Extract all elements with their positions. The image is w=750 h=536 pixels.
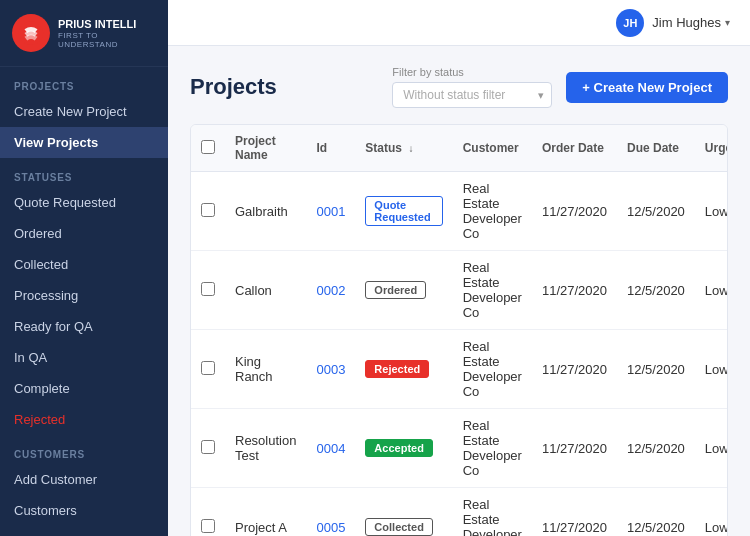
th-status[interactable]: Status ↓: [355, 125, 452, 172]
sidebar-item-rejected[interactable]: Rejected: [0, 404, 168, 435]
sidebar-item-ready-for-qa[interactable]: Ready for QA: [0, 311, 168, 342]
status-filter-select[interactable]: Without status filter Quote Requested Or…: [392, 82, 552, 108]
row-urgency: Low: [695, 172, 728, 251]
table-row: Galbraith 0001 Quote Requested Real Esta…: [191, 172, 728, 251]
row-project-name: Resolution Test: [225, 409, 306, 488]
sidebar-item-quote-requested[interactable]: Quote Requested: [0, 187, 168, 218]
row-id: 0005: [306, 488, 355, 537]
th-order-date: Order Date: [532, 125, 617, 172]
content-header: Projects Filter by status Without status…: [190, 66, 728, 108]
logo-icon: [12, 14, 50, 52]
row-urgency: Low: [695, 330, 728, 409]
app-name: PRIUS INTELLI: [58, 17, 156, 31]
th-project-name: Project Name: [225, 125, 306, 172]
user-name: Jim Hughes: [652, 15, 721, 30]
row-checkbox[interactable]: [201, 203, 215, 217]
row-checkbox-cell: [191, 409, 225, 488]
status-badge: Collected: [365, 518, 433, 536]
row-project-name: King Ranch: [225, 330, 306, 409]
row-customer: Real Estate Developer Co: [453, 409, 532, 488]
table-row: King Ranch 0003 Rejected Real Estate Dev…: [191, 330, 728, 409]
projects-section-label: Projects: [0, 67, 168, 96]
row-id: 0003: [306, 330, 355, 409]
content-area: Projects Filter by status Without status…: [168, 46, 750, 536]
sidebar-item-customers[interactable]: Customers: [0, 495, 168, 526]
row-order-date: 11/27/2020: [532, 251, 617, 330]
user-avatar: JH: [616, 9, 644, 37]
app-tagline: FIRST TO UNDERSTAND: [58, 31, 156, 49]
status-badge: Ordered: [365, 281, 426, 299]
projects-table-wrapper: Project Name Id Status ↓ Customer Order …: [190, 124, 728, 536]
status-badge: Quote Requested: [365, 196, 442, 226]
row-checkbox[interactable]: [201, 519, 215, 533]
user-menu-chevron[interactable]: ▾: [725, 17, 730, 28]
row-status: Collected: [355, 488, 452, 537]
create-project-button[interactable]: + Create New Project: [566, 72, 728, 103]
row-due-date: 12/5/2020: [617, 330, 695, 409]
th-customer: Customer: [453, 125, 532, 172]
projects-table: Project Name Id Status ↓ Customer Order …: [191, 125, 728, 536]
table-body: Galbraith 0001 Quote Requested Real Esta…: [191, 172, 728, 537]
select-all-checkbox[interactable]: [201, 140, 215, 154]
topbar: JH Jim Hughes ▾: [168, 0, 750, 46]
row-checkbox[interactable]: [201, 361, 215, 375]
table-row: Project A 0005 Collected Real Estate Dev…: [191, 488, 728, 537]
row-status: Ordered: [355, 251, 452, 330]
sidebar-item-view-projects[interactable]: View Projects: [0, 127, 168, 158]
sidebar-item-in-qa[interactable]: In QA: [0, 342, 168, 373]
row-order-date: 11/27/2020: [532, 409, 617, 488]
row-checkbox[interactable]: [201, 282, 215, 296]
row-customer: Real Estate Developer Co: [453, 172, 532, 251]
row-due-date: 12/5/2020: [617, 488, 695, 537]
row-due-date: 12/5/2020: [617, 409, 695, 488]
row-checkbox-cell: [191, 251, 225, 330]
row-status: Rejected: [355, 330, 452, 409]
row-urgency: Low: [695, 251, 728, 330]
logo-area: PRIUS INTELLI FIRST TO UNDERSTAND: [0, 0, 168, 67]
statuses-section-label: Statuses: [0, 158, 168, 187]
row-checkbox-cell: [191, 172, 225, 251]
row-order-date: 11/27/2020: [532, 488, 617, 537]
header-right: Filter by status Without status filter Q…: [392, 66, 728, 108]
sidebar-item-create-project[interactable]: Create New Project: [0, 96, 168, 127]
row-id-link[interactable]: 0003: [316, 362, 345, 377]
page-title: Projects: [190, 74, 277, 100]
main-area: JH Jim Hughes ▾ Projects Filter by statu…: [168, 0, 750, 536]
sidebar: PRIUS INTELLI FIRST TO UNDERSTAND Projec…: [0, 0, 168, 536]
row-status: Quote Requested: [355, 172, 452, 251]
filter-select-wrapper: Without status filter Quote Requested Or…: [392, 82, 552, 108]
row-status: Accepted: [355, 409, 452, 488]
th-checkbox: [191, 125, 225, 172]
th-due-date: Due Date: [617, 125, 695, 172]
row-checkbox-cell: [191, 488, 225, 537]
row-urgency: Low: [695, 409, 728, 488]
row-id-link[interactable]: 0002: [316, 283, 345, 298]
row-customer: Real Estate Developer Co: [453, 251, 532, 330]
row-due-date: 12/5/2020: [617, 172, 695, 251]
sidebar-item-complete[interactable]: Complete: [0, 373, 168, 404]
row-project-name: Project A: [225, 488, 306, 537]
th-urgency: Urgency: [695, 125, 728, 172]
status-badge: Accepted: [365, 439, 433, 457]
row-id: 0001: [306, 172, 355, 251]
row-order-date: 11/27/2020: [532, 330, 617, 409]
row-id-link[interactable]: 0004: [316, 441, 345, 456]
sidebar-item-add-customer[interactable]: Add Customer: [0, 464, 168, 495]
admin-section-label: Administration: [0, 526, 168, 536]
status-badge: Rejected: [365, 360, 429, 378]
row-project-name: Galbraith: [225, 172, 306, 251]
row-id-link[interactable]: 0001: [316, 204, 345, 219]
row-id-link[interactable]: 0005: [316, 520, 345, 535]
sidebar-item-ordered[interactable]: Ordered: [0, 218, 168, 249]
sort-icon: ↓: [408, 143, 413, 154]
sidebar-item-processing[interactable]: Processing: [0, 280, 168, 311]
row-project-name: Callon: [225, 251, 306, 330]
sidebar-item-collected[interactable]: Collected: [0, 249, 168, 280]
row-id: 0002: [306, 251, 355, 330]
row-customer: Real Estate Developer Co: [453, 488, 532, 537]
row-order-date: 11/27/2020: [532, 172, 617, 251]
table-row: Callon 0002 Ordered Real Estate Develope…: [191, 251, 728, 330]
row-checkbox[interactable]: [201, 440, 215, 454]
th-id: Id: [306, 125, 355, 172]
filter-label: Filter by status: [392, 66, 552, 78]
